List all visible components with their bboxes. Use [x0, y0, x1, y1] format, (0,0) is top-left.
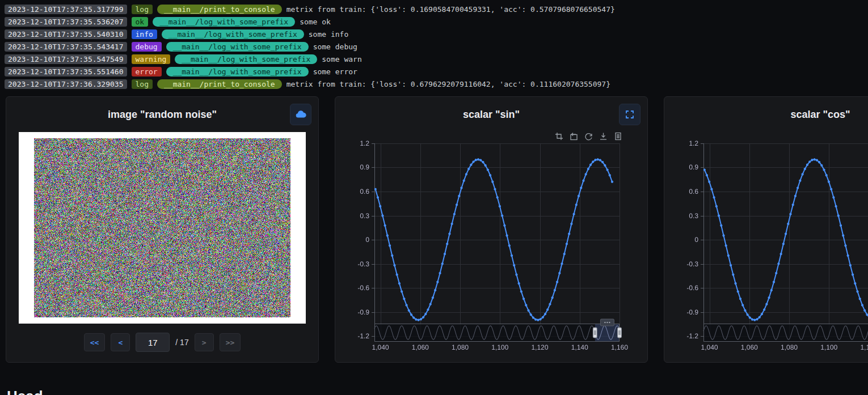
cos-card-header: scalar "cos"	[673, 103, 868, 126]
log-line: 2023-12-10T17:37:35.551460 error __main_…	[5, 66, 863, 78]
log-message: metrix from train: {'loss': 0.1690584700…	[286, 5, 615, 14]
log-console: 2023-12-10T17:37:35.317799 log __main__/…	[0, 0, 868, 92]
sin-chart-canvas[interactable]	[346, 128, 637, 354]
log-message: some ok	[300, 18, 331, 26]
log-timestamp: 2023-12-10T17:37:35.547549	[5, 54, 127, 64]
log-level-badge: log	[132, 79, 153, 89]
log-message: metrix from train: {'loss': 0.6796292079…	[286, 80, 610, 88]
log-source-badge: __main__/print_to_console	[157, 5, 282, 14]
log-message: some warn	[322, 55, 361, 63]
datazoom-slider[interactable]	[704, 324, 868, 342]
log-line: 2023-12-10T17:37:35.536207 ok __main__/l…	[5, 16, 863, 28]
log-message: some error	[313, 67, 357, 76]
page-total-label: / 17	[175, 338, 188, 347]
cloud-download-icon	[295, 110, 306, 119]
log-level-badge: warning	[132, 54, 171, 64]
log-message: some info	[309, 30, 348, 39]
image-pagination: << < / 17 > >>	[15, 333, 309, 352]
image-card: image "random noise" << < / 17 > >>	[6, 96, 319, 363]
log-level-badge: error	[132, 67, 162, 77]
save-image-icon[interactable]	[599, 132, 608, 141]
cloud-download-button[interactable]	[290, 104, 311, 125]
log-line: 2023-12-10T17:37:35.317799 log __main__/…	[5, 3, 863, 15]
log-timestamp: 2023-12-10T17:37:35.551460	[5, 67, 127, 77]
datazoom-slider[interactable]	[375, 324, 620, 342]
cos-card: scalar "cos"	[664, 96, 868, 363]
sin-chart-area	[344, 128, 638, 354]
sin-card: scalar "sin"	[335, 96, 648, 363]
sin-card-header: scalar "sin"	[344, 103, 638, 126]
log-source-badge: __main__/log_with_some_prefix	[166, 42, 309, 52]
log-timestamp: 2023-12-10T17:37:36.329035	[5, 79, 127, 89]
log-timestamp: 2023-12-10T17:37:35.543417	[5, 42, 127, 52]
noise-image	[34, 138, 290, 317]
log-level-badge: debug	[132, 42, 162, 52]
log-level-badge: info	[132, 29, 157, 39]
log-line: 2023-12-10T17:37:36.329035 log __main__/…	[5, 78, 863, 90]
next-page-button[interactable]: >	[195, 333, 214, 351]
sin-card-title: scalar "sin"	[463, 109, 520, 121]
fullscreen-expand-icon	[625, 110, 634, 119]
cos-card-title: scalar "cos"	[790, 109, 850, 121]
cards-row: image "random noise" << < / 17 > >>	[0, 96, 868, 363]
restore-icon[interactable]	[584, 132, 593, 141]
chart-toolbox	[555, 132, 622, 141]
section-heading: Head	[7, 388, 868, 395]
cos-chart-area	[673, 128, 868, 354]
app-root: 2023-12-10T17:37:35.317799 log __main__/…	[0, 0, 868, 395]
log-line: 2023-12-10T17:37:35.540310 info __main__…	[5, 28, 863, 40]
first-page-button[interactable]: <<	[84, 333, 106, 351]
log-level-badge: log	[132, 5, 153, 14]
log-timestamp: 2023-12-10T17:37:35.536207	[5, 17, 127, 27]
log-source-badge: __main__/log_with_some_prefix	[162, 29, 304, 39]
fullscreen-button[interactable]	[619, 104, 641, 125]
log-line: 2023-12-10T17:37:35.547549 warning __mai…	[5, 53, 863, 65]
log-source-badge: __main__/print_to_console	[157, 79, 282, 89]
log-source-badge: __main__/log_with_some_prefix	[175, 54, 317, 64]
image-frame	[19, 132, 306, 324]
last-page-button[interactable]: >>	[220, 333, 241, 351]
log-message: some debug	[313, 43, 357, 51]
data-view-icon[interactable]	[614, 132, 622, 141]
log-timestamp: 2023-12-10T17:37:35.540310	[5, 29, 127, 39]
log-timestamp: 2023-12-10T17:37:35.317799	[5, 5, 127, 14]
image-card-title: image "random noise"	[108, 109, 217, 121]
image-card-header: image "random noise"	[15, 103, 309, 126]
prev-page-button[interactable]: <	[111, 333, 130, 351]
page-number-input[interactable]	[136, 333, 170, 352]
log-source-badge: __main__/log_with_some_prefix	[166, 67, 309, 77]
cos-chart-canvas[interactable]	[675, 128, 868, 354]
zoom-select-icon[interactable]	[555, 132, 563, 141]
log-line: 2023-12-10T17:37:35.543417 debug __main_…	[5, 41, 863, 53]
log-source-badge: __main__/log_with_some_prefix	[153, 17, 295, 27]
log-level-badge: ok	[132, 17, 149, 27]
zoom-reset-icon[interactable]	[570, 132, 578, 141]
